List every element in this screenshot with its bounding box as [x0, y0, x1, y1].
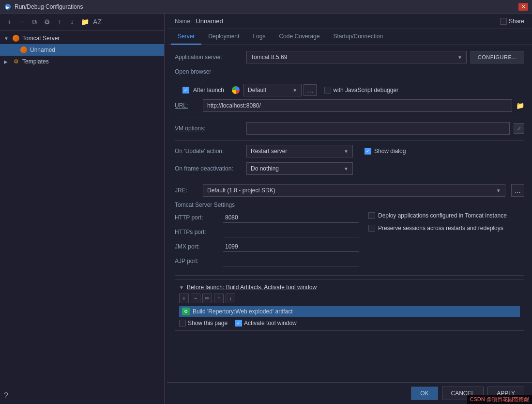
vm-options-row: VM options: ⤢	[175, 122, 524, 135]
jre-extra-button[interactable]: …	[511, 184, 524, 197]
on-update-dropdown[interactable]: Restart server ▼	[246, 145, 353, 157]
sort-button[interactable]: AZ	[92, 16, 103, 27]
remove-config-button[interactable]: −	[16, 16, 27, 27]
vm-options-input[interactable]	[246, 122, 510, 135]
jmx-port-row: JMX port:	[175, 241, 359, 252]
preserve-label: Preserve sessions across restarts and re…	[378, 225, 503, 232]
open-browser-label-row: Open browser	[175, 68, 524, 79]
templates-item[interactable]: ▶ ⚙ Templates	[0, 56, 164, 67]
vm-options-label: VM options:	[175, 125, 243, 132]
show-dialog-label: Show dialog	[374, 148, 406, 155]
before-launch-header: ▼ Before launch: Build Artifacts, Activa…	[179, 284, 520, 291]
svg-text:▶: ▶	[6, 5, 10, 10]
on-frame-dropdown[interactable]: Do nothing ▼	[246, 162, 353, 175]
url-input[interactable]	[203, 99, 512, 112]
share-checkbox[interactable]	[500, 18, 507, 25]
title-bar: ▶ Run/Debug Configurations ✕	[0, 0, 532, 14]
templates-label: Templates	[22, 58, 49, 65]
options-col: Deploy applications configured in Tomcat…	[368, 212, 524, 270]
jmx-port-label: JMX port:	[175, 243, 223, 250]
before-launch-toolbar: + − ✏ ↑ ↓	[179, 294, 520, 303]
ajp-port-input[interactable]	[223, 256, 359, 266]
chrome-icon	[232, 86, 240, 94]
app-server-dropdown[interactable]: Tomcat 8.5.69 ▼	[246, 51, 467, 63]
preserve-row: Preserve sessions across restarts and re…	[368, 225, 524, 232]
name-row: Name: Unnamed Share	[167, 14, 532, 29]
url-row: URL: 📁	[175, 99, 524, 112]
bl-item-label: Build 'Repertory:Web exploded' artifact	[193, 308, 292, 315]
on-update-arrow: ▼	[344, 149, 349, 154]
name-label: Name:	[175, 18, 192, 25]
https-port-input[interactable]	[223, 227, 359, 237]
deploy-row: Deploy applications configured in Tomcat…	[368, 212, 524, 219]
https-port-label: HTTPs port:	[175, 229, 223, 235]
jre-dropdown[interactable]: Default (1.8 - project SDK) ▼	[203, 184, 505, 197]
help-icon[interactable]: ?	[4, 391, 8, 400]
tomcat-server-group[interactable]: ▼ Tomcat Server	[0, 32, 164, 44]
on-frame-row: On frame deactivation: Do nothing ▼	[175, 162, 524, 175]
preserve-checkbox[interactable]	[368, 225, 375, 232]
tabs-bar: Server Deployment Logs Code Coverage Sta…	[167, 29, 532, 45]
before-launch-title: Before launch: Build Artifacts, Activate…	[187, 284, 317, 291]
tomcat-settings-title: Tomcat Server Settings	[175, 202, 524, 208]
tab-startup-connection[interactable]: Startup/Connection	[326, 29, 390, 45]
on-frame-label: On frame deactivation:	[175, 165, 243, 172]
app-server-dropdown-arrow: ▼	[457, 55, 462, 60]
show-dialog-checkbox[interactable]	[365, 148, 371, 155]
config-tree: ▼ Tomcat Server Unnamed ▶ ⚙ Templates	[0, 31, 164, 388]
separator-3	[175, 180, 524, 180]
jre-dropdown-arrow: ▼	[496, 188, 501, 193]
tomcat-settings-section: Tomcat Server Settings HTTP port: HTTPs …	[175, 202, 524, 270]
unnamed-label: Unnamed	[30, 47, 55, 53]
bl-add-button[interactable]: +	[179, 294, 189, 303]
unnamed-config-item[interactable]: Unnamed	[0, 44, 164, 56]
move-up-button[interactable]: ↑	[54, 16, 65, 27]
show-page-checkbox[interactable]	[179, 320, 186, 326]
bl-remove-button[interactable]: −	[191, 294, 200, 303]
ok-button[interactable]: OK	[411, 387, 438, 400]
share-area: Share	[500, 18, 524, 25]
deploy-label: Deploy applications configured in Tomcat…	[378, 212, 507, 219]
configure-button[interactable]: CONFIGURE...	[471, 51, 524, 63]
app-server-label: Application server:	[175, 54, 243, 61]
copy-config-button[interactable]: ⧉	[29, 16, 40, 27]
open-browser-label: Open browser	[175, 68, 211, 75]
after-launch-checkbox[interactable]	[182, 87, 189, 93]
tab-server[interactable]: Server	[171, 29, 201, 45]
ajp-port-row: AJP port:	[175, 256, 359, 266]
http-port-input[interactable]	[223, 212, 359, 223]
before-launch-item[interactable]: ⚙ Build 'Repertory:Web exploded' artifac…	[179, 306, 520, 317]
vm-expand-button[interactable]: ⤢	[514, 123, 524, 134]
tab-deployment[interactable]: Deployment	[201, 29, 246, 45]
bl-edit-button[interactable]: ✏	[202, 294, 212, 303]
open-browser-section: Open browser After launch Default ▼ …	[175, 68, 524, 112]
folder-button[interactable]: 📁	[79, 16, 90, 27]
activate-tool-checkbox[interactable]	[235, 320, 242, 326]
tab-code-coverage[interactable]: Code Coverage	[272, 29, 326, 45]
close-button[interactable]: ✕	[518, 3, 528, 11]
js-debugger-checkbox[interactable]	[324, 87, 331, 93]
show-page-label: Show this page	[188, 320, 228, 326]
share-label: Share	[509, 18, 524, 25]
deploy-checkbox[interactable]	[368, 212, 375, 219]
on-frame-arrow: ▼	[344, 166, 349, 171]
ports-col: HTTP port: HTTPs port: JMX port:	[175, 212, 359, 270]
ports-and-options: HTTP port: HTTPs port: JMX port:	[175, 212, 524, 270]
move-down-button[interactable]: ↓	[67, 16, 77, 27]
tomcat-group-label: Tomcat Server	[22, 35, 60, 42]
browser-dropdown-arrow: ▼	[292, 88, 297, 93]
tab-logs[interactable]: Logs	[246, 29, 272, 45]
before-launch-arrow: ▼	[179, 285, 184, 290]
browser-dropdown[interactable]: Default ▼	[243, 84, 302, 96]
add-config-button[interactable]: +	[4, 16, 15, 27]
browser-extra-button[interactable]: …	[304, 84, 317, 96]
title-text: Run/Debug Configurations	[15, 3, 518, 10]
jmx-port-input[interactable]	[223, 241, 359, 252]
separator-2	[175, 140, 524, 141]
app-server-value: Tomcat 8.5.69	[251, 54, 456, 61]
bl-up-button[interactable]: ↑	[214, 294, 224, 303]
url-folder-icon[interactable]: 📁	[516, 102, 524, 109]
bl-down-button[interactable]: ↓	[226, 294, 235, 303]
app-icon: ▶	[4, 3, 12, 11]
settings-config-button[interactable]: ⚙	[42, 16, 52, 27]
